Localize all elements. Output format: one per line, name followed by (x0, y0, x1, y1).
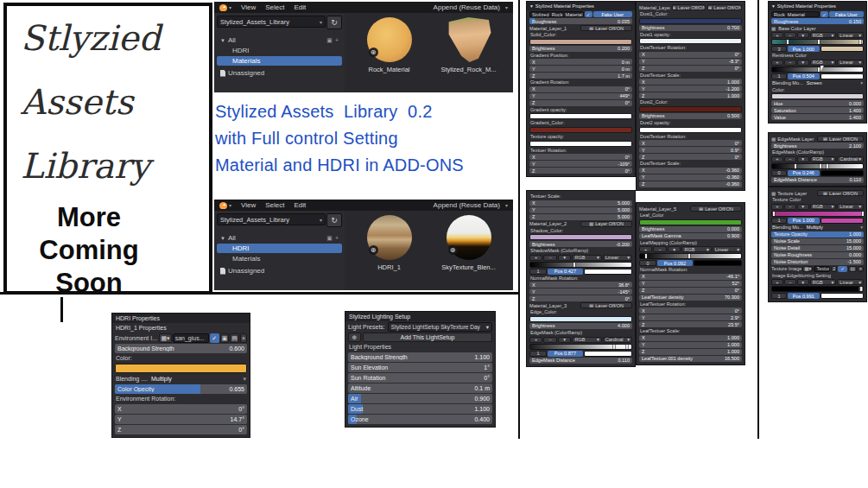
stop-index-field[interactable]: 1 (771, 293, 787, 299)
slider-z[interactable]: Z1.000 (639, 349, 742, 355)
colorramp-menu-button[interactable]: ▾ (797, 60, 809, 66)
layer-toggle-button[interactable]: ▦Layer Off/ON (580, 25, 632, 31)
ramp-handle[interactable] (613, 345, 615, 349)
menu-edit[interactable]: Edit (294, 3, 306, 11)
slider-background-strength[interactable]: Background Strength1.100 (348, 352, 492, 362)
interpolation-select[interactable]: Linear▾ (837, 60, 864, 66)
slider-x[interactable]: X0° (529, 86, 632, 92)
ramp-handle[interactable] (859, 40, 861, 44)
stop-color-field[interactable] (820, 73, 864, 79)
ramp-handle[interactable] (860, 287, 862, 291)
slider-y[interactable]: Y1.000 (639, 342, 742, 348)
expand-triangle-icon[interactable]: ▼ (220, 38, 225, 43)
interpolation-select[interactable]: Cardinal▾ (837, 156, 864, 162)
slider-sun-rotation[interactable]: Sun Rotation0° (348, 373, 492, 383)
refresh-library-button[interactable]: ↻ (326, 16, 342, 29)
catalog-all[interactable]: ▼ All ▣+ (217, 233, 342, 243)
slider-y[interactable]: Y-1.200 (639, 86, 742, 92)
unlink-icon[interactable]: × (240, 333, 247, 343)
colorramp-gradient[interactable] (639, 253, 742, 259)
asset-item[interactable]: ⊕ HDRI_1 (357, 215, 422, 290)
color-swatch[interactable] (639, 219, 742, 225)
slider-noise-roughness[interactable]: Noise Roughness0.000 (771, 252, 864, 258)
ramp-handle[interactable] (818, 67, 820, 72)
slider-color-opecity[interactable]: Color Opecity0.655 (115, 384, 247, 394)
datablock-name-field[interactable]: Rock_Material (771, 11, 820, 17)
layer-checkbox-row[interactable]: ▦Base Color Layer (771, 25, 864, 31)
slider-dust[interactable]: Dust1.100 (348, 404, 492, 414)
menu-select[interactable]: Select (265, 201, 284, 209)
slider-x[interactable]: X-0.360 (639, 168, 742, 174)
refresh-library-button[interactable]: ↻ (326, 213, 342, 227)
catalog-materials[interactable]: Materials (217, 56, 342, 66)
slider-z[interactable]: Z0° (529, 100, 632, 106)
ramp-handle[interactable] (827, 164, 828, 168)
layer-toggle-button[interactable]: ▦Layer Off/ON (580, 221, 632, 227)
menu-select[interactable]: Select (265, 3, 284, 11)
color-swatch[interactable] (639, 18, 742, 24)
layer-toggle-button[interactable]: ▦Layer Off/ON (690, 206, 742, 212)
stop-index-field[interactable]: 1 (529, 351, 547, 357)
layer-toggle-button[interactable]: ▦Layer Off/ON (580, 302, 632, 308)
stop-color-field[interactable] (820, 218, 864, 224)
asset-item[interactable]: ⊕ Stylized_Rock_M... (436, 17, 502, 92)
slider-value[interactable]: Value1.400 (771, 114, 864, 120)
slider-brightness[interactable]: Brightness2.100 (771, 143, 864, 149)
interpolation-select[interactable]: Cardinal▾ (603, 337, 632, 343)
add-lightsetup-button[interactable]: Add This LightSetup (363, 333, 492, 342)
expand-triangle-icon[interactable]: ▼ (220, 236, 225, 241)
interpolation-select[interactable]: Linear▾ (837, 279, 864, 285)
image-type-select[interactable]: ▦▾ (802, 266, 813, 272)
catalog-hdri[interactable]: HDRI (217, 46, 342, 55)
stop-color-field[interactable] (820, 170, 864, 176)
blend-mode-select[interactable]: Blending Mo...Screen▾ (771, 80, 864, 86)
panel-header[interactable]: ▾Stylized Material Properties (769, 2, 866, 10)
colorramp-gradient[interactable] (529, 262, 632, 268)
catalog-unassigned[interactable]: Unassigned (217, 266, 342, 276)
slider-y[interactable]: Y-8.3° (639, 59, 742, 65)
remove-stop-button[interactable]: − (543, 337, 556, 343)
color-mode-select[interactable]: RGB▾ (810, 32, 837, 38)
add-stop-button[interactable]: + (771, 32, 783, 38)
slider-z[interactable]: Z23.5° (639, 321, 742, 327)
color-swatch[interactable] (639, 106, 742, 112)
interpolation-select[interactable]: Linear▾ (837, 204, 864, 210)
asset-item[interactable]: ⊕ Rock_Material (357, 17, 422, 92)
slider-z[interactable]: Z0° (639, 154, 742, 160)
fake-user-shield-icon[interactable]: ✓ (838, 266, 847, 272)
remove-stop-button[interactable]: − (784, 204, 796, 210)
color-swatch[interactable] (529, 113, 632, 119)
color-mode-select[interactable]: RGB▾ (572, 255, 601, 261)
image-name-field[interactable]: san_gius... (173, 333, 209, 343)
color-swatch[interactable] (639, 127, 742, 133)
colorramp-gradient[interactable] (771, 211, 864, 217)
slider-x[interactable]: X38.8° (529, 282, 632, 288)
blend-mode-select[interactable]: Blending Mo...Multiply▾ (771, 225, 864, 231)
color-mode-select[interactable]: RGB▾ (810, 60, 837, 66)
remove-stop-button[interactable]: − (653, 246, 666, 252)
stop-index-field[interactable]: 0 (771, 170, 787, 176)
import-method-select[interactable]: Append (Reuse Data)▾ (434, 201, 508, 209)
slider-y[interactable]: Y-145° (529, 288, 632, 295)
slider-z[interactable]: Z1.000 (639, 92, 742, 98)
slider-brightness[interactable]: Brightness-0.200 (529, 241, 632, 247)
color-swatch[interactable] (529, 234, 632, 240)
stop-position-slider[interactable]: Pos 1.000 (788, 46, 819, 52)
import-method-select[interactable]: Append (Reuse Data)▾ (434, 3, 508, 11)
slider-y[interactable]: Y52° (639, 281, 742, 287)
layer-toggle-button[interactable]: ▦Layer Off/ON (817, 190, 864, 196)
slider-noise-distortion[interactable]: Noise Distortion-1.500 (771, 259, 864, 265)
blend-mode-select[interactable]: Blending ....Multiply▾ (115, 374, 247, 383)
colorramp-gradient[interactable] (771, 39, 864, 45)
slider-x[interactable]: X0° (529, 154, 632, 160)
remove-stop-button[interactable]: − (784, 156, 796, 162)
slider-brightness[interactable]: Brightness0.500 (639, 113, 742, 119)
stop-color-field[interactable] (584, 269, 632, 275)
slider-background-strength[interactable]: Background Strength0.600 (115, 344, 247, 353)
color-swatch[interactable] (529, 127, 632, 133)
color-swatch[interactable] (529, 141, 632, 147)
interpolation-select[interactable]: Linear▾ (713, 246, 742, 252)
remove-stop-button[interactable]: − (784, 60, 796, 66)
color-mode-select[interactable]: RGB▾ (810, 279, 837, 285)
stop-position-slider[interactable]: Pos 1.000 (788, 218, 819, 224)
